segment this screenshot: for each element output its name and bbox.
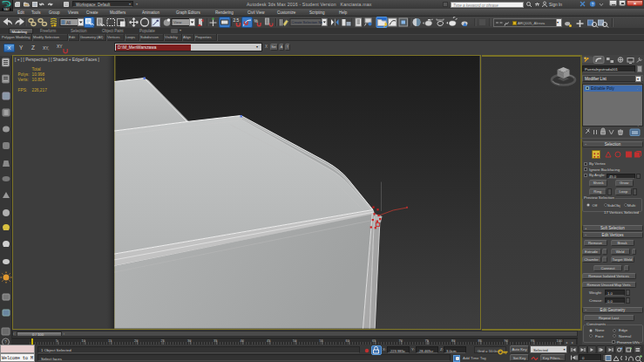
svg-text:2.5: 2.5 bbox=[234, 18, 240, 23]
svg-text:?: ? bbox=[4, 339, 7, 345]
svg-text:Create Selection Se: Create Selection Se bbox=[292, 20, 323, 24]
svg-text:Sign In: Sign In bbox=[549, 3, 562, 7]
svg-text:All: All bbox=[66, 21, 71, 25]
svg-text:%: % bbox=[254, 18, 259, 24]
svg-text:View: View bbox=[173, 20, 182, 24]
svg-text:MAX: MAX bbox=[3, 8, 10, 11]
